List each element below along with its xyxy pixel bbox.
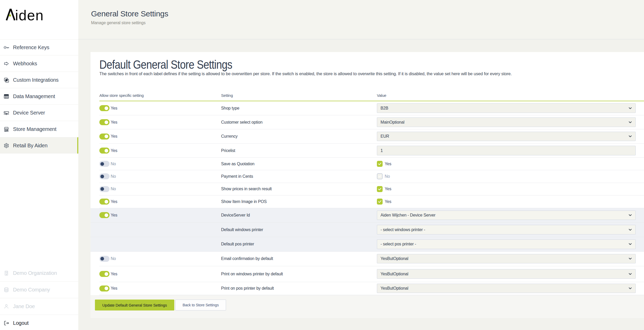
svg-text:iden: iden (15, 8, 43, 21)
